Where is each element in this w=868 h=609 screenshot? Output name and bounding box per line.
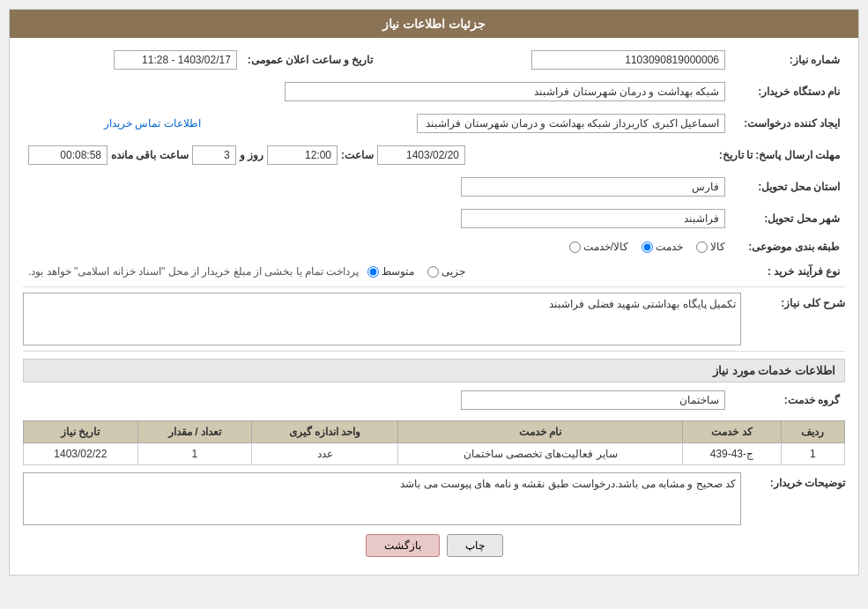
- purchase-type-note: پرداخت تمام یا بخشی از مبلغ خریدار از مح…: [28, 265, 359, 278]
- col-date: تاریخ نیاز: [24, 421, 138, 443]
- category-label: طبقه بندی موضوعی:: [731, 237, 845, 256]
- purchase-type-label: نوع فرآیند خرید :: [731, 262, 845, 281]
- creator-value: اسماعیل اکبری کاربرداز شبکه بهداشت و درم…: [417, 114, 725, 133]
- remaining-label: ساعت باقی مانده: [111, 149, 189, 161]
- need-number-label: شماره نیاز:: [731, 47, 845, 73]
- col-unit: واحد اندازه گیری: [252, 421, 398, 443]
- remaining-value: 00:08:58: [28, 145, 108, 165]
- province-label: استان محل تحویل:: [731, 174, 845, 200]
- services-section-header: اطلاعات خدمات مورد نیاز: [23, 359, 845, 382]
- send-date-value: 1403/02/20: [377, 145, 465, 165]
- category-kala-khadamat-option[interactable]: کالا/خدمت: [569, 241, 628, 253]
- purchase-jozei-radio[interactable]: [427, 266, 439, 278]
- page-header: جزئیات اطلاعات نیاز: [10, 10, 858, 38]
- buyer-notes-section: توضیحات خریدار: کد صحیح و مشابه می باشد.…: [23, 472, 845, 525]
- need-description-label: شرح کلی نیاز:: [748, 293, 845, 309]
- purchase-motavasset-label: متوسط: [382, 265, 414, 278]
- buyer-name-label: نام دستگاه خریدار:: [731, 78, 845, 105]
- cell-date: 1403/02/22: [24, 443, 138, 465]
- contact-link[interactable]: اطلاعات تماس خریدار: [104, 117, 201, 130]
- cell-code: ج-43-439: [683, 443, 782, 465]
- purchase-jozei-option[interactable]: جزیی: [427, 265, 465, 278]
- cell-row: 1: [781, 443, 844, 465]
- city-label: شهر محل تحویل:: [731, 205, 845, 232]
- button-row: چاپ بازگشت: [23, 525, 845, 566]
- cell-name: سایر فعالیت‌های تخصصی ساختمان: [398, 443, 683, 465]
- category-khadamat-radio[interactable]: [642, 241, 653, 253]
- cell-quantity: 1: [137, 443, 252, 465]
- announcement-value: 1403/02/17 - 11:28: [114, 50, 237, 70]
- category-kala-option[interactable]: کالا: [696, 241, 725, 253]
- cell-unit: عدد: [252, 443, 398, 465]
- send-time-value: 12:00: [267, 145, 338, 165]
- col-code: کد خدمت: [683, 421, 782, 443]
- creator-label: ایجاد کننده درخواست:: [731, 110, 845, 137]
- table-row: 1 ج-43-439 سایر فعالیت‌های تخصصی ساختمان…: [24, 443, 845, 465]
- purchase-motavasset-radio[interactable]: [367, 266, 379, 278]
- need-description-textarea: تکمیل پایگاه بهداشتی شهید فضلی فراشبند: [23, 293, 741, 345]
- buyer-name-value: شبکه بهداشت و درمان شهرستان فراشبند: [285, 82, 725, 101]
- category-kala-label: کالا: [710, 241, 725, 253]
- province-value: فارس: [461, 177, 725, 197]
- send-date-label: مهلت ارسال پاسخ: تا تاریخ:: [714, 142, 845, 168]
- buyer-notes-label: توضیحات خریدار:: [748, 472, 845, 489]
- service-group-label: گروه خدمت:: [731, 387, 845, 413]
- col-name: نام خدمت: [398, 421, 683, 443]
- buyer-notes-textarea: کد صحیح و مشابه می باشد.درخواست طبق نقشه…: [23, 472, 741, 525]
- category-khadamat-option[interactable]: خدمت: [642, 241, 683, 253]
- purchase-motavasset-option[interactable]: متوسط: [367, 265, 414, 278]
- send-days-value: 3: [192, 145, 236, 165]
- category-khadamat-label: خدمت: [656, 241, 683, 253]
- col-quantity: تعداد / مقدار: [137, 421, 252, 443]
- announcement-label: تاریخ و ساعت اعلان عمومی:: [242, 47, 378, 73]
- back-button[interactable]: بازگشت: [366, 534, 440, 557]
- category-kala-khadamat-radio[interactable]: [569, 241, 581, 253]
- need-number-value: 1103090819000006: [531, 50, 725, 70]
- service-group-value: ساختمان: [461, 390, 725, 410]
- services-table: ردیف کد خدمت نام خدمت واحد اندازه گیری ت…: [23, 420, 845, 465]
- col-row: ردیف: [781, 421, 844, 443]
- category-kala-khadamat-label: کالا/خدمت: [583, 241, 628, 253]
- purchase-type-radio-group: جزیی متوسط: [367, 265, 465, 278]
- city-value: فراشبند: [461, 209, 725, 228]
- print-button[interactable]: چاپ: [447, 534, 503, 557]
- category-radio-group: کالا خدمت کالا/خدمت: [28, 241, 725, 253]
- need-description-section: شرح کلی نیاز: تکمیل پایگاه بهداشتی شهید …: [23, 293, 845, 345]
- need-description-content: تکمیل پایگاه بهداشتی شهید فضلی فراشبند: [23, 293, 741, 345]
- buyer-notes-content: کد صحیح و مشابه می باشد.درخواست طبق نقشه…: [23, 472, 741, 525]
- category-kala-radio[interactable]: [696, 241, 708, 253]
- send-days-label: روز و: [240, 149, 263, 161]
- purchase-jozei-label: جزیی: [441, 265, 465, 278]
- send-time-label: ساعت:: [341, 149, 374, 161]
